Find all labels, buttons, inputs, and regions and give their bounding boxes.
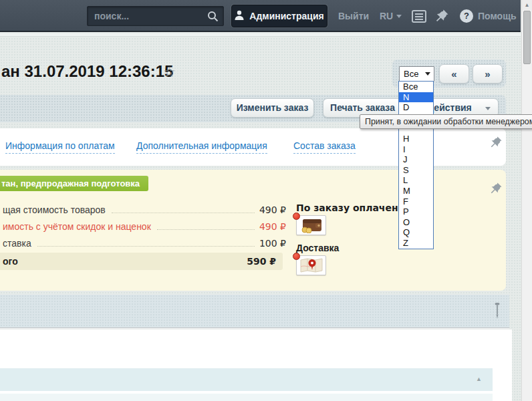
cost-row-total: ого 590 ₽ bbox=[0, 253, 283, 270]
vertical-scrollbar[interactable]: ▲ bbox=[521, 0, 532, 401]
logout-link[interactable]: Выйти bbox=[338, 0, 369, 32]
chevron-down-icon bbox=[485, 107, 491, 110]
cost-value: 490 ₽ bbox=[259, 221, 286, 232]
pin-panel-icon[interactable] bbox=[490, 182, 503, 194]
status-filter-select[interactable]: Все bbox=[399, 66, 434, 82]
dropdown-option[interactable]: Q bbox=[399, 227, 433, 238]
pushpin-icon[interactable] bbox=[435, 9, 449, 25]
dotted-leader bbox=[112, 213, 255, 213]
bottom-panel: ▲ bbox=[0, 329, 512, 401]
dropdown-option-selected[interactable]: N bbox=[399, 92, 433, 103]
question-mark-icon: ? bbox=[460, 9, 473, 23]
cost-value: 490 ₽ bbox=[259, 205, 286, 215]
cost-row-subtotal: щая стоимость товаров 490 ₽ bbox=[3, 205, 286, 215]
help-button[interactable]: ? Помощь bbox=[460, 0, 517, 32]
wallet-icon bbox=[299, 217, 323, 233]
lower-section-band bbox=[0, 295, 509, 327]
delivery-label: Доставка bbox=[296, 243, 339, 253]
cost-label: щая стоимость товаров bbox=[3, 205, 106, 215]
cost-row-shipping: ставка 100 ₽ bbox=[3, 238, 286, 249]
status-filter-dropdown-list: Все N D H I J S L M F P O Q Z bbox=[398, 81, 434, 249]
tab-payments-info[interactable]: Информация по оплатам bbox=[5, 140, 115, 154]
next-order-button[interactable]: » bbox=[473, 64, 503, 84]
cost-label: имость с учётом скидок и наценок bbox=[3, 221, 151, 232]
status-filter-value: Все bbox=[404, 69, 418, 79]
user-icon bbox=[235, 10, 244, 22]
dropdown-option[interactable]: F bbox=[399, 196, 433, 207]
chevron-down-icon bbox=[396, 15, 402, 18]
dropdown-option[interactable]: P bbox=[399, 207, 433, 217]
language-label: RU bbox=[380, 0, 393, 32]
delivery-alert-dot bbox=[293, 253, 300, 260]
topbar: Администрация Выйти RU ? Помощь bbox=[0, 0, 521, 32]
payment-wallet-tile[interactable] bbox=[296, 215, 326, 235]
section-divider bbox=[0, 327, 509, 329]
dropdown-option[interactable]: S bbox=[399, 165, 433, 176]
search-icon[interactable] bbox=[207, 11, 219, 25]
total-value: 590 ₽ bbox=[247, 256, 276, 267]
dotted-leader bbox=[157, 229, 255, 230]
admin-menu-button[interactable]: Администрация bbox=[231, 5, 327, 27]
admin-menu-label: Администрация bbox=[249, 11, 323, 21]
table-row[interactable] bbox=[0, 394, 493, 401]
scrollbar-up-arrow[interactable]: ▲ bbox=[522, 0, 532, 10]
scrollbar-thumb[interactable] bbox=[523, 11, 531, 64]
chevron-down-icon bbox=[425, 72, 430, 76]
map-pin-icon bbox=[299, 257, 323, 273]
search-input[interactable] bbox=[88, 7, 223, 25]
dropdown-option[interactable]: D bbox=[399, 102, 433, 113]
table-header-band[interactable]: ▲ bbox=[0, 368, 493, 391]
dropdown-option[interactable]: H bbox=[399, 134, 433, 144]
dropdown-option[interactable]: O bbox=[399, 217, 433, 228]
dropdown-option[interactable]: J bbox=[399, 154, 433, 165]
edit-order-button[interactable]: Изменить заказ bbox=[231, 98, 314, 118]
dropdown-option[interactable]: Все bbox=[399, 82, 433, 92]
tab-order-contents[interactable]: Состав заказа bbox=[293, 140, 356, 154]
order-status-badge: тан, предпродажная подготовка bbox=[0, 176, 148, 191]
sort-arrow-icon[interactable]: ▲ bbox=[476, 376, 482, 382]
page-title: ан 31.07.2019 12:36:15 bbox=[1, 62, 173, 81]
dropdown-option[interactable]: Z bbox=[399, 238, 433, 249]
total-label: ого bbox=[3, 256, 18, 267]
cost-row-discounted: имость с учётом скидок и наценок 490 ₽ bbox=[3, 221, 286, 232]
delivery-map-tile[interactable] bbox=[296, 255, 326, 275]
status-tooltip: Принят, в ожидании обработки менеджером bbox=[360, 114, 532, 129]
previous-order-button[interactable]: « bbox=[439, 64, 469, 84]
tab-additional-info[interactable]: Дополнительная информация bbox=[136, 140, 267, 154]
cost-label: ставка bbox=[3, 238, 31, 249]
actions-label: Действия bbox=[427, 102, 472, 113]
cost-value: 100 ₽ bbox=[259, 238, 286, 249]
help-label: Помощь bbox=[478, 0, 517, 32]
search-box bbox=[87, 6, 224, 26]
favorite-star-icon[interactable]: ☆ bbox=[163, 64, 176, 80]
language-selector[interactable]: RU bbox=[380, 0, 402, 32]
dropdown-option[interactable]: I bbox=[399, 144, 433, 155]
order-details-screen: Администрация Выйти RU ? Помощь ан 31.07… bbox=[0, 0, 532, 401]
dotted-leader bbox=[37, 246, 255, 247]
straight-pin-icon[interactable] bbox=[494, 302, 501, 322]
dropdown-option[interactable]: M bbox=[399, 186, 433, 196]
quick-notes-icon[interactable] bbox=[412, 10, 426, 25]
topbar-shadow-strip bbox=[0, 33, 521, 37]
dropdown-option[interactable]: L bbox=[399, 175, 433, 186]
pin-panel-icon[interactable] bbox=[490, 136, 503, 148]
payment-alert-dot bbox=[293, 213, 300, 220]
